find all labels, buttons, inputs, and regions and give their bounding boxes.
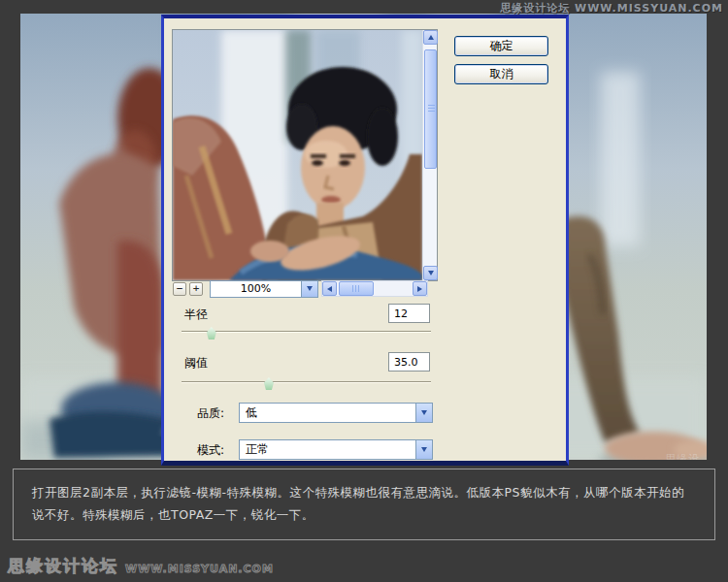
- zoom-out-button[interactable]: −: [173, 282, 186, 296]
- tutorial-caption-panel: 打开图层2副本层，执行滤镜-模糊-特殊模糊。这个特殊模糊也很有意思滴说。低版本P…: [13, 469, 715, 540]
- chevron-down-icon: [307, 286, 313, 291]
- radius-label: 半径: [184, 307, 208, 323]
- preview-image[interactable]: [173, 30, 422, 280]
- scroll-right-button[interactable]: [413, 281, 427, 296]
- arrow-right-icon: [417, 286, 422, 292]
- arrow-left-icon: [327, 286, 332, 292]
- zoom-level-dropdown[interactable]: 100%: [210, 280, 318, 298]
- vertical-scrollbar-thumb[interactable]: [424, 49, 437, 169]
- preview-zoom-controls: − + 100%: [173, 279, 428, 298]
- chevron-down-icon: [421, 447, 427, 452]
- footer-site-name: 思缘设计论坛: [8, 555, 118, 577]
- tutorial-caption-text: 打开图层2副本层，执行滤镜-模糊-特殊模糊。这个特殊模糊也很有意思滴说。低版本P…: [32, 485, 684, 522]
- threshold-slider-thumb[interactable]: [264, 377, 274, 390]
- mode-label: 模式:: [197, 442, 224, 459]
- zoom-level-value: 100%: [211, 282, 301, 295]
- quality-label: 品质:: [197, 405, 224, 422]
- preview-vertical-scrollbar[interactable]: [422, 30, 437, 280]
- zoom-in-button[interactable]: +: [189, 282, 203, 296]
- radius-input[interactable]: [388, 304, 430, 323]
- preview-horizontal-scrollbar[interactable]: [321, 280, 428, 297]
- quality-value: 低: [240, 404, 415, 421]
- photo-watermark: 思缘设计网: [665, 452, 707, 460]
- mode-value: 正常: [240, 441, 415, 458]
- mode-dropdown[interactable]: 正常: [239, 439, 433, 460]
- scroll-down-button[interactable]: [423, 266, 438, 280]
- smart-blur-dialog: − + 100% 确定 取消 半径 阈值 品质: 低 模式: 正常: [161, 15, 569, 466]
- arrow-up-icon: [428, 35, 434, 40]
- threshold-slider[interactable]: [182, 381, 431, 383]
- threshold-label: 阈值: [184, 355, 208, 372]
- page: { "watermark_top": { "text": "思缘设计论坛 WWW…: [0, 0, 728, 582]
- footer-logo: 思缘设计论坛 WWW.MISSYUAN.COM: [8, 555, 274, 577]
- cancel-button[interactable]: 取消: [454, 64, 548, 84]
- radius-slider-thumb[interactable]: [207, 327, 216, 340]
- threshold-input[interactable]: [388, 352, 430, 372]
- quality-dropdown[interactable]: 低: [239, 403, 433, 423]
- zoom-dropdown-button[interactable]: [301, 281, 317, 297]
- scroll-left-button[interactable]: [322, 281, 337, 296]
- quality-dropdown-button[interactable]: [415, 404, 432, 422]
- arrow-down-icon: [428, 271, 434, 275]
- horizontal-scrollbar-thumb[interactable]: [339, 281, 374, 296]
- chevron-down-icon: [421, 410, 427, 415]
- top-watermark: 思缘设计论坛 WWW.MISSYUAN.COM: [500, 1, 723, 16]
- footer-site-url: WWW.MISSYUAN.COM: [125, 563, 274, 575]
- preview-portrait-image: [173, 30, 422, 280]
- scroll-up-button[interactable]: [423, 30, 438, 45]
- filter-preview: [172, 29, 438, 281]
- mode-dropdown-button[interactable]: [415, 440, 432, 459]
- ok-button[interactable]: 确定: [454, 36, 548, 56]
- radius-slider[interactable]: [182, 331, 431, 333]
